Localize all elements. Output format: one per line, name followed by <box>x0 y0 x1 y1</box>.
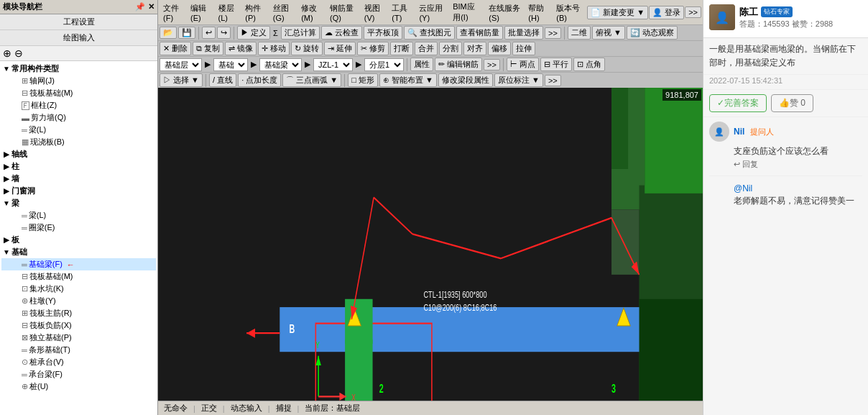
modify-beam-segment-btn[interactable]: 修改梁段属性 <box>438 73 493 87</box>
define-btn[interactable]: ▶ 定义 <box>237 26 270 40</box>
tree-item-sump[interactable]: ⊡ 集水坑(K) <box>1 283 156 295</box>
menu-tools[interactable]: 工具(T) <box>388 2 415 23</box>
component-select[interactable]: 基础梁 <box>259 58 302 71</box>
menu-component[interactable]: 构件(P) <box>241 2 269 23</box>
original-mark-btn[interactable]: 原位标注 ▼ <box>494 73 543 87</box>
tree-item-pile[interactable]: ⊕ 桩(U) <box>1 380 156 393</box>
dynamic-observe-btn[interactable]: 🔄 动态观察 <box>627 26 678 40</box>
more-menu-btn[interactable]: >> <box>685 6 701 18</box>
drawing-input-btn[interactable]: 绘图输入 <box>0 30 157 46</box>
tree-item-axisnet[interactable]: ⊞ 轴网(J) <box>1 75 156 87</box>
tree-item-frame-column[interactable]: 🄵 框柱(Z) <box>1 99 156 111</box>
tree-category-axis[interactable]: ▶ 轴线 <box>1 148 156 160</box>
merge-btn[interactable]: 合并 <box>415 42 438 55</box>
menu-online[interactable]: 在线服务(S) <box>485 2 524 23</box>
save-btn[interactable]: 💾 <box>178 27 195 39</box>
offset-btn[interactable]: 偏移 <box>488 42 511 55</box>
tree-item-raft-found[interactable]: ⊟ 筏板基础(M) <box>1 270 156 283</box>
more-row3-btn[interactable]: >> <box>484 59 500 70</box>
tree-item-strip-foundation[interactable]: ═ 条形基础(T) <box>1 344 156 356</box>
smart-place-btn[interactable]: ⊕ 智能布置 ▼ <box>379 73 437 87</box>
view-rebar-btn[interactable]: 查看钢筋量 <box>456 26 503 40</box>
tree-item-cap-beam[interactable]: ═ 承台梁(F) <box>1 368 156 380</box>
status-dynamic-input[interactable]: 动态输入 <box>228 403 265 414</box>
tree-category-column[interactable]: ▶ 柱 <box>1 160 156 173</box>
tree-item-raft-neg-rebar[interactable]: ⊟ 筏板负筋(X) <box>1 319 156 332</box>
mirror-btn[interactable]: ⇌ 镜像 <box>225 42 257 55</box>
reply-link[interactable]: ↩ 回复 <box>734 159 862 170</box>
menu-help[interactable]: 帮助(H) <box>525 2 552 23</box>
menu-rebar-qty[interactable]: 钢筋量(Q) <box>326 2 360 23</box>
menu-cloud[interactable]: 云应用(Y) <box>415 2 448 23</box>
more-row4-btn[interactable]: >> <box>545 75 561 86</box>
menu-file[interactable]: 文件(F) <box>160 2 186 23</box>
split-btn[interactable]: 分割 <box>439 42 462 55</box>
menu-drawing[interactable]: 丝图(G) <box>269 2 297 23</box>
tree-category-wall[interactable]: ▶ 墙 <box>1 173 156 185</box>
project-settings-btn[interactable]: 工程设置 <box>0 14 157 30</box>
tree-item-ring-beam[interactable]: ═ 圈梁(E) <box>1 222 156 234</box>
tree-item-iso-foundation[interactable]: ⊠ 独立基础(P) <box>1 332 156 344</box>
align-btn[interactable]: 对齐 <box>463 42 486 55</box>
component-type-select[interactable]: 基础 <box>213 58 248 71</box>
edit-rebar-btn[interactable]: ✏ 编辑钢筋 <box>435 58 482 71</box>
copy-btn[interactable]: ⧉ 复制 <box>193 42 223 55</box>
rect-btn[interactable]: □ 矩形 <box>348 73 378 87</box>
calc-btn[interactable]: 汇总计算 <box>281 26 320 40</box>
stretch-btn[interactable]: 拉伸 <box>512 42 535 55</box>
properties-btn[interactable]: 属性 <box>410 58 433 71</box>
tree-item-pile-cap[interactable]: ⊙ 桩承台(V) <box>1 356 156 368</box>
move-btn[interactable]: ✛ 移动 <box>258 42 290 55</box>
align-top-btn[interactable]: 平齐板顶 <box>364 26 402 40</box>
element-select[interactable]: JZL-1 <box>313 58 353 71</box>
rotate-btn[interactable]: ↻ 旋转 <box>291 42 323 55</box>
status-snap[interactable]: 捕捉 <box>273 403 295 414</box>
top-view-btn[interactable]: 俯视 ▼ <box>592 26 625 40</box>
tree-expand-icon[interactable]: ⊕ <box>3 47 11 59</box>
at-nil[interactable]: @Nil <box>734 183 752 193</box>
2d-btn[interactable]: 二维 <box>568 26 591 40</box>
batch-select-btn[interactable]: 批量选择 <box>504 26 543 40</box>
line-btn[interactable]: / 直线 <box>209 73 236 87</box>
new-change-btn[interactable]: 📄 新建变更 ▼ <box>587 6 648 19</box>
redo-btn[interactable]: ↪ <box>217 27 231 39</box>
more-tools-btn[interactable]: >> <box>545 27 561 39</box>
tree-item-column-base[interactable]: ⊛ 柱墩(Y) <box>1 295 156 307</box>
nav-close-icon[interactable]: ✕ <box>148 2 154 12</box>
tree-collapse-icon[interactable]: ⊖ <box>14 47 23 59</box>
layer-select[interactable]: 基础层 <box>160 58 202 71</box>
tree-item-cast-slab[interactable]: ▦ 现浇板(B) <box>1 136 156 148</box>
tree-item-foundation-beam[interactable]: ═ 基础梁(F) ← <box>1 258 156 270</box>
tree-category-door-window[interactable]: ▶ 门窗洞 <box>1 185 156 197</box>
tree-category-beam[interactable]: ▼ 梁 <box>1 197 156 209</box>
arc-btn[interactable]: ⌒ 三点画弧 ▼ <box>282 73 341 87</box>
comment-username[interactable]: Nil <box>734 127 744 137</box>
tree-item-raft-foundation[interactable]: ⊟ 筏板基础(M) <box>1 87 156 99</box>
tree-category-foundation[interactable]: ▼ 基础 <box>1 246 156 258</box>
menu-bim[interactable]: BIM应用(I) <box>449 1 484 24</box>
menu-edit[interactable]: 编辑(E) <box>187 2 214 23</box>
find-element-btn[interactable]: 🔍 查找图元 <box>404 26 455 40</box>
status-ortho[interactable]: 正交 <box>198 403 220 414</box>
point-length-btn[interactable]: · 点加长度 <box>238 73 281 87</box>
tree-category-common[interactable]: ▼ 常用构件类型 <box>1 63 156 75</box>
like-btn[interactable]: 👍赞 0 <box>771 94 813 112</box>
menu-modify[interactable]: 修改(M) <box>297 2 326 23</box>
trim-btn[interactable]: ✂ 修剪 <box>357 42 389 55</box>
login-btn[interactable]: 👤 登录 <box>649 6 684 19</box>
undo-btn[interactable]: ↩ <box>202 27 216 39</box>
two-point-btn[interactable]: ⊢ 两点 <box>507 58 539 71</box>
break-btn[interactable]: 打断 <box>390 42 413 55</box>
tree-item-raft-main-rebar[interactable]: ⊞ 筏板主筋(R) <box>1 307 156 319</box>
open-btn[interactable]: 📂 <box>160 27 177 39</box>
menu-view[interactable]: 视图(V) <box>361 2 388 23</box>
cad-canvas-area[interactable]: 9181,807 B CTL-1[ <box>158 88 703 401</box>
sublayer-select[interactable]: 分层1 <box>364 58 404 71</box>
cloud-check-btn[interactable]: ☁ 云检查 <box>321 26 362 40</box>
tree-item-beam[interactable]: ═ 梁(L) <box>1 124 156 136</box>
nav-pin-icon[interactable]: 📌 <box>135 2 145 12</box>
parallel-btn[interactable]: ⊟ 平行 <box>540 58 572 71</box>
menu-floor[interactable]: 楼层(L) <box>215 2 241 23</box>
delete-btn[interactable]: ✕ 删除 <box>160 42 191 55</box>
select-btn[interactable]: ▷ 选择 ▼ <box>160 73 203 87</box>
